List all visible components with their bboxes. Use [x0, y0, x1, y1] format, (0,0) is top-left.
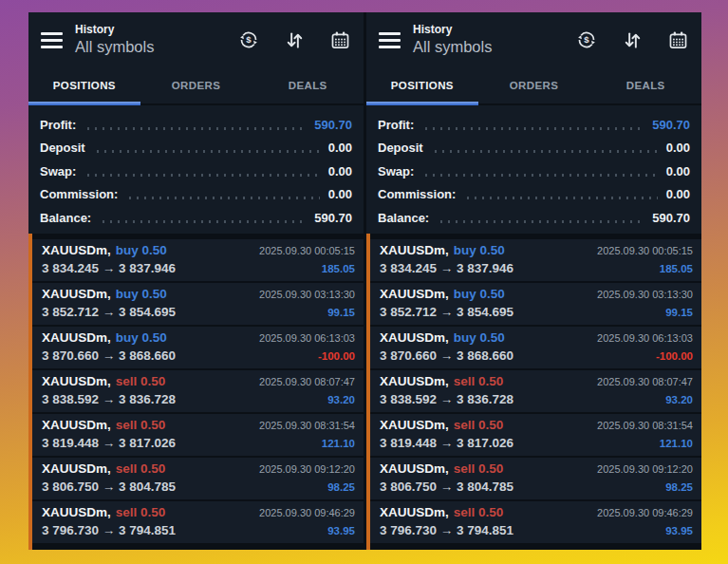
tab-orders[interactable]: ORDERS — [478, 67, 590, 103]
trade-row-line2: 3 852.712 → 3 854.69599.15 — [42, 305, 355, 321]
dotted-leader — [432, 150, 658, 153]
trade-prices: 3 806.750 → 3 804.785 — [42, 479, 176, 496]
hamburger-menu-icon[interactable] — [41, 32, 63, 48]
trade-row[interactable]: XAUUSDm,sell 0.502025.09.30 08:31:543 81… — [32, 414, 364, 456]
trade-row-line1: XAUUSDm,buy 0.502025.09.30 06:13:03 — [42, 330, 355, 347]
svg-text:$: $ — [584, 34, 589, 45]
trade-row[interactable]: XAUUSDm,sell 0.502025.09.30 09:12:203 80… — [32, 458, 364, 499]
trade-title: XAUUSDm,buy 0.50 — [380, 330, 505, 347]
summary-value: 0.00 — [666, 141, 690, 155]
sort-arrows-icon[interactable] — [623, 30, 643, 50]
trade-row[interactable]: XAUUSDm,sell 0.502025.09.30 09:46:293 79… — [32, 501, 364, 543]
trade-symbol: XAUUSDm, — [42, 461, 111, 478]
trade-symbol: XAUUSDm, — [380, 243, 449, 259]
sync-dollar-icon[interactable]: $ — [576, 29, 597, 50]
summary-row: Swap:0.00 — [40, 160, 352, 183]
trade-side-volume: sell 0.50 — [116, 418, 166, 434]
summary-row: Profit:590.70 — [378, 113, 690, 137]
symbol-filter-label[interactable]: All symbols — [413, 38, 492, 56]
trade-prices: 3 834.245 → 3 837.946 — [42, 261, 176, 277]
trade-side-volume: buy 0.50 — [116, 287, 167, 303]
trade-symbol: XAUUSDm, — [380, 418, 449, 434]
trade-datetime: 2025.09.30 03:13:30 — [597, 289, 693, 302]
summary-label: Deposit — [40, 141, 85, 155]
tab-orders[interactable]: ORDERS — [140, 67, 252, 103]
dotted-leader — [84, 127, 306, 130]
trade-title: XAUUSDm,buy 0.50 — [380, 243, 505, 259]
dotted-leader — [422, 127, 644, 130]
trade-row[interactable]: XAUUSDm,sell 0.502025.09.30 09:12:203 80… — [370, 458, 701, 499]
summary-value: 0.00 — [666, 187, 690, 201]
trade-list[interactable]: XAUUSDm,buy 0.502025.09.30 00:05:153 834… — [366, 234, 701, 551]
trade-prices: 3 838.592 → 3 836.728 — [380, 392, 513, 408]
summary-label: Profit: — [40, 118, 76, 132]
dotted-leader — [126, 197, 319, 199]
trade-side-volume: sell 0.50 — [116, 374, 166, 390]
trade-title: XAUUSDm,sell 0.50 — [42, 461, 165, 478]
trade-title: XAUUSDm,buy 0.50 — [42, 243, 167, 259]
trade-row-line2: 3 796.730 → 3 794.85193.95 — [380, 523, 693, 539]
trade-row[interactable]: XAUUSDm,sell 0.502025.09.30 08:31:543 81… — [370, 414, 701, 456]
summary-value: 0.00 — [666, 164, 690, 179]
trade-row-line2: 3 838.592 → 3 836.72893.20 — [42, 392, 355, 408]
trade-row[interactable]: XAUUSDm,sell 0.502025.09.30 09:46:293 79… — [370, 501, 701, 543]
trade-row-line1: XAUUSDm,buy 0.502025.09.30 00:05:15 — [42, 243, 355, 259]
tab-positions[interactable]: POSITIONS — [28, 67, 140, 103]
gradient-background: History All symbols $ — [0, 0, 728, 564]
calendar-icon[interactable] — [668, 30, 688, 50]
trade-row-line1: XAUUSDm,buy 0.502025.09.30 03:13:30 — [380, 287, 693, 303]
tab-deals[interactable]: DEALS — [252, 67, 364, 103]
sort-arrows-icon[interactable] — [285, 30, 305, 50]
trade-row-line1: XAUUSDm,sell 0.502025.09.30 09:46:29 — [380, 505, 693, 521]
calendar-icon[interactable] — [330, 30, 350, 50]
trade-row-line1: XAUUSDm,sell 0.502025.09.30 08:31:54 — [42, 418, 355, 434]
summary-value: 0.00 — [328, 164, 352, 179]
trade-datetime: 2025.09.30 06:13:03 — [259, 332, 355, 346]
trade-row[interactable]: XAUUSDm,sell 0.502025.09.30 08:07:473 83… — [370, 370, 701, 412]
summary-value: 590.70 — [314, 211, 352, 225]
summary-label: Commission: — [40, 187, 118, 201]
trade-symbol: XAUUSDm, — [42, 287, 111, 303]
sync-dollar-icon[interactable]: $ — [238, 29, 259, 50]
trade-side-volume: sell 0.50 — [116, 461, 166, 478]
trade-row-line2: 3 870.660 → 3 868.660-100.00 — [42, 348, 355, 365]
trade-title: XAUUSDm,sell 0.50 — [380, 505, 503, 521]
header-icons: $ — [238, 29, 350, 50]
tab-deals[interactable]: DEALS — [589, 67, 701, 103]
trade-row-line2: 3 819.448 → 3 817.026121.10 — [42, 436, 355, 452]
trade-row-line1: XAUUSDm,sell 0.502025.09.30 09:12:20 — [380, 461, 693, 478]
trade-row[interactable]: XAUUSDm,buy 0.502025.09.30 06:13:033 870… — [370, 327, 701, 368]
trade-profit: -100.00 — [318, 349, 355, 363]
trade-row[interactable]: XAUUSDm,buy 0.502025.09.30 03:13:303 852… — [32, 283, 364, 325]
trade-row[interactable]: XAUUSDm,buy 0.502025.09.30 03:13:303 852… — [370, 283, 701, 325]
trade-prices: 3 852.712 → 3 854.695 — [42, 305, 176, 321]
trade-side-volume: sell 0.50 — [454, 505, 504, 521]
trade-side-volume: buy 0.50 — [116, 330, 167, 347]
trade-profit: 93.95 — [665, 524, 693, 537]
trade-row-line2: 3 870.660 → 3 868.660-100.00 — [380, 348, 693, 365]
hamburger-menu-icon[interactable] — [379, 32, 401, 48]
trade-row-line2: 3 852.712 → 3 854.69599.15 — [380, 305, 693, 321]
trade-datetime: 2025.09.30 06:13:03 — [597, 332, 693, 346]
trade-row[interactable]: XAUUSDm,buy 0.502025.09.30 00:05:153 834… — [370, 239, 701, 281]
title-block: History All symbols — [75, 24, 154, 56]
trade-row-line2: 3 819.448 → 3 817.026121.10 — [380, 436, 693, 452]
summary-value: 590.70 — [652, 211, 690, 225]
trade-title: XAUUSDm,buy 0.50 — [380, 287, 505, 303]
tab-positions[interactable]: POSITIONS — [366, 67, 478, 103]
trade-profit: -100.00 — [656, 349, 693, 363]
trade-row[interactable]: XAUUSDm,buy 0.502025.09.30 00:05:153 834… — [32, 239, 364, 281]
trade-row[interactable]: XAUUSDm,buy 0.502025.09.30 06:13:033 870… — [32, 327, 364, 368]
summary-value: 590.70 — [652, 118, 690, 132]
symbol-filter-label[interactable]: All symbols — [75, 38, 154, 56]
dotted-leader — [422, 174, 657, 177]
trade-prices: 3 796.730 → 3 794.851 — [42, 523, 176, 539]
trade-profit: 121.10 — [322, 437, 355, 450]
trade-symbol: XAUUSDm, — [42, 418, 111, 434]
panel-header: History All symbols $ — [366, 12, 701, 67]
panel-header: History All symbols $ — [28, 12, 364, 67]
trade-row[interactable]: XAUUSDm,sell 0.502025.09.30 08:07:473 83… — [32, 370, 364, 412]
trade-prices: 3 806.750 → 3 804.785 — [380, 479, 513, 496]
trade-list[interactable]: XAUUSDm,buy 0.502025.09.30 00:05:153 834… — [28, 234, 364, 551]
trade-datetime: 2025.09.30 08:07:47 — [597, 376, 693, 389]
